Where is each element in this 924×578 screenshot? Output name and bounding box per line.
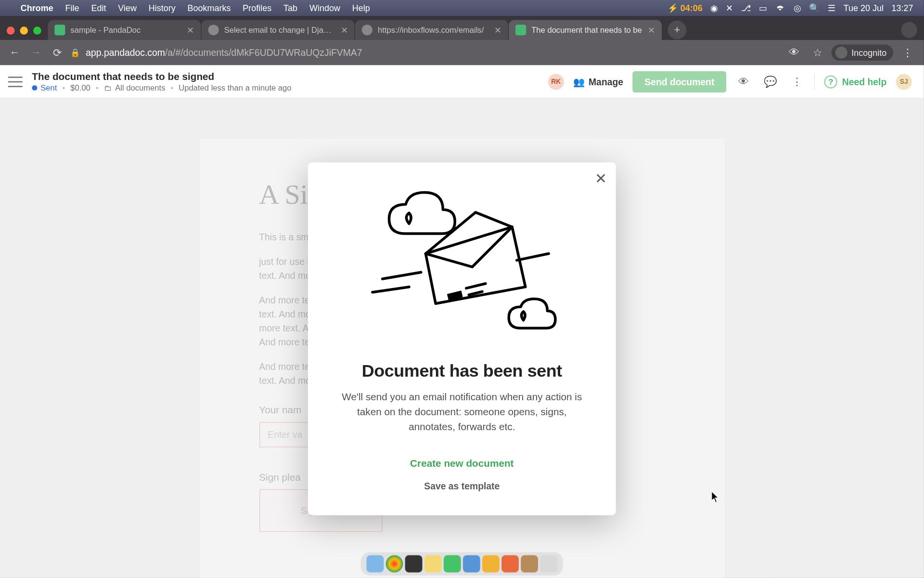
close-tab-icon[interactable]: ✕ [341, 25, 348, 35]
window-controls [7, 26, 41, 35]
browser-tab[interactable]: https://inboxflows.com/emails/✕ [355, 20, 508, 39]
address-bar[interactable]: 🔒 app.pandadoc.com/a/#/documents/dMkF6UD… [70, 47, 780, 58]
app-toolbar: The document that needs to be signed Sen… [0, 65, 924, 98]
toolbox-icon[interactable]: ☰ [823, 3, 839, 13]
sent-confirmation-modal: ✕ [308, 162, 616, 515]
people-icon: 👥 [573, 76, 584, 87]
dock-app-icon[interactable] [424, 555, 442, 573]
send-document-button[interactable]: Send document [632, 71, 726, 92]
more-menu-icon[interactable]: ⋮ [789, 75, 805, 88]
browser-tab[interactable]: Select email to change | Django✕ [202, 20, 355, 39]
lock-icon: 🔒 [70, 48, 80, 57]
create-new-document-button[interactable]: Create new document [398, 450, 526, 475]
close-tab-icon[interactable]: ✕ [648, 25, 655, 35]
menubar-date[interactable]: Tue 20 Jul [839, 3, 887, 13]
preview-icon[interactable]: 👁 [736, 76, 752, 88]
macos-dock [0, 552, 924, 576]
user-avatar[interactable]: SJ [896, 74, 912, 90]
close-tab-icon[interactable]: ✕ [494, 25, 501, 35]
spotlight-icon[interactable]: 🔍 [805, 3, 824, 13]
document-title: The document that needs to be signed [32, 70, 291, 81]
save-as-template-button[interactable]: Save as template [424, 480, 500, 491]
eye-off-icon[interactable]: 👁 [785, 47, 804, 59]
dock-app-icon[interactable] [444, 555, 461, 573]
menu-help[interactable]: Help [346, 3, 376, 13]
status-icon-3[interactable]: ⎇ [737, 3, 755, 13]
modal-title: Document has been sent [327, 361, 597, 381]
updated-label: Updated less than a minute ago [179, 83, 291, 92]
dock-app-icon[interactable] [405, 555, 423, 573]
chrome-tabstrip: sample - PandaDoc✕ Select email to chang… [0, 16, 924, 40]
close-tab-icon[interactable]: ✕ [187, 25, 194, 35]
control-center-icon[interactable]: ◎ [790, 3, 805, 13]
document-meta: Sent • $0.00 • 🗀All documents • Updated … [32, 83, 291, 92]
menu-file[interactable]: File [59, 3, 85, 13]
dock-app-icon[interactable] [386, 555, 403, 573]
menu-window[interactable]: Window [304, 3, 346, 13]
status-icon-1[interactable]: ◉ [706, 3, 722, 13]
bookmark-star-icon[interactable]: ☆ [809, 46, 826, 59]
minimize-window-button[interactable] [20, 26, 28, 35]
menu-edit[interactable]: Edit [85, 3, 112, 13]
menu-profiles[interactable]: Profiles [237, 3, 278, 13]
reload-button[interactable]: ⟳ [49, 45, 65, 61]
dock-tray [360, 552, 564, 576]
menu-history[interactable]: History [142, 3, 181, 13]
dock-app-icon[interactable] [521, 555, 538, 573]
svg-line-5 [516, 254, 548, 261]
need-help-button[interactable]: ?Need help [824, 75, 886, 88]
browser-tab-active[interactable]: The document that needs to be✕ [509, 20, 662, 39]
incognito-indicator-icon[interactable] [901, 22, 917, 38]
app-menu[interactable]: Chrome [14, 3, 59, 13]
dock-app-icon[interactable] [366, 555, 384, 573]
wifi-icon[interactable] [771, 4, 790, 12]
dock-app-icon[interactable] [463, 555, 480, 573]
menubar-time[interactable]: 13:27 [887, 3, 917, 13]
macos-menubar: Chrome File Edit View History Bookmarks … [0, 0, 924, 16]
chrome-menu-button[interactable]: ⋮ [898, 46, 917, 59]
help-icon: ? [824, 75, 837, 88]
incognito-badge[interactable]: Incognito [832, 45, 893, 61]
folder-breadcrumb[interactable]: 🗀All documents [104, 83, 166, 92]
back-button[interactable]: ← [7, 45, 23, 61]
app-viewport: The document that needs to be signed Sen… [0, 65, 924, 578]
dock-trash-icon[interactable] [540, 555, 557, 573]
maximize-window-button[interactable] [33, 26, 41, 35]
document-amount: $0.00 [70, 83, 90, 92]
chrome-urlbar: ← → ⟳ 🔒 app.pandadoc.com/a/#/documents/d… [0, 40, 924, 66]
forward-button[interactable]: → [28, 45, 44, 61]
folder-icon: 🗀 [104, 83, 112, 92]
power-icon[interactable]: ▭ [755, 3, 771, 13]
dock-app-icon[interactable] [482, 555, 500, 573]
favicon-icon [54, 25, 65, 35]
favicon-icon [208, 25, 219, 35]
status-badge: Sent [32, 83, 57, 92]
modal-body-text: We'll send you an email notification whe… [327, 389, 597, 434]
status-icon-2[interactable]: ✕ [722, 3, 737, 13]
favicon-icon [515, 25, 526, 35]
envelope-illustration [327, 177, 597, 357]
menu-bookmarks[interactable]: Bookmarks [181, 3, 237, 13]
svg-line-4 [382, 272, 421, 279]
battery-status[interactable]: ⚡04:06 [664, 3, 706, 13]
menu-tab[interactable]: Tab [278, 3, 304, 13]
close-window-button[interactable] [7, 26, 15, 35]
browser-tab[interactable]: sample - PandaDoc✕ [48, 20, 201, 39]
comments-icon[interactable]: 💬 [761, 75, 780, 88]
svg-line-3 [372, 287, 409, 292]
manage-button[interactable]: 👥Manage [573, 76, 623, 87]
incognito-icon [835, 47, 847, 59]
close-modal-button[interactable]: ✕ [595, 171, 607, 188]
new-tab-button[interactable]: + [668, 21, 687, 39]
recipient-avatar[interactable]: RK [548, 74, 564, 90]
dock-app-icon[interactable] [501, 555, 519, 573]
favicon-icon [362, 25, 372, 35]
hamburger-menu-button[interactable] [8, 76, 23, 87]
menu-view[interactable]: View [112, 3, 143, 13]
